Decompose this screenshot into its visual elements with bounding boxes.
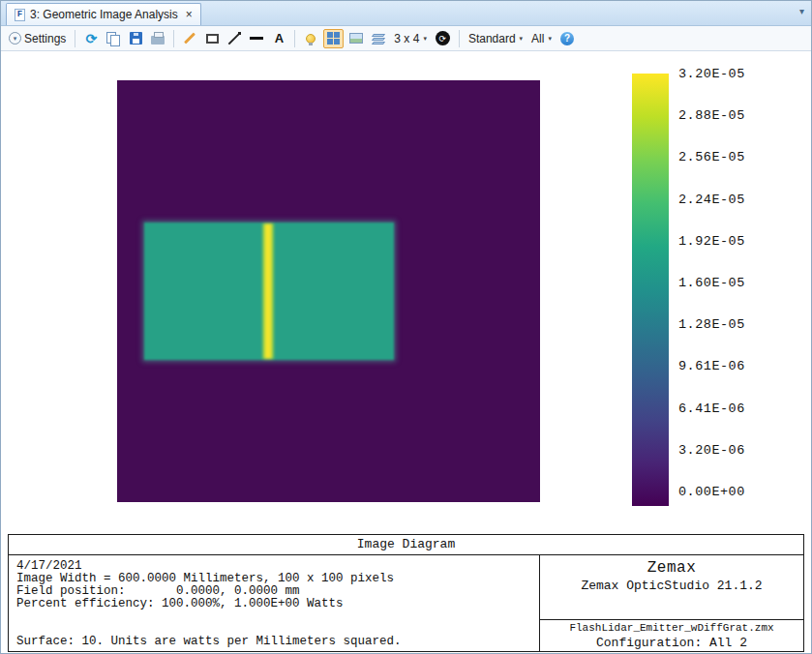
grid-view-button[interactable] [323,29,344,48]
analysis-details: 4/17/2021 Image Width = 600.0000 Millime… [9,555,540,651]
tab-title: 3: Geometric Image Analysis [30,8,178,21]
brand-name: Zemax [540,559,803,577]
heatmap-background [117,80,540,502]
copy-icon [106,32,120,45]
panel-menu-icon[interactable]: ▾ [799,6,804,16]
colorbar-tick: 9.61E-06 [678,359,766,373]
text-tool-icon: A [275,31,284,45]
pencil-annotation-button[interactable] [180,29,199,48]
colorbar [632,74,669,506]
lamp-button[interactable] [301,29,320,48]
animate-button[interactable]: ⟳ [433,29,453,48]
colorbar-tick: 1.28E-05 [678,317,766,332]
thick-line-annotation-button[interactable] [247,29,266,48]
help-icon: ? [560,32,574,45]
all-dropdown[interactable]: All ▾ [528,29,555,48]
configuration-label: Configuration: All 2 [540,636,803,650]
toolbar-separator [75,30,75,47]
heatmap-rectangle [144,223,394,360]
colorbar-tick: 3.20E-06 [678,443,766,458]
toolbar-separator [173,30,174,47]
image-icon [349,33,363,44]
layers-icon [373,33,384,45]
image-diagram-panel: Image Diagram 4/17/2021 Image Width = 60… [8,534,804,652]
pencil-icon [184,32,195,44]
toolbar-separator [459,30,460,47]
heatmap-stripe [262,223,274,359]
save-button[interactable] [126,29,145,48]
analysis-window: F 3: Geometric Image Analysis × ▾ ▾ Sett… [0,0,812,654]
help-button[interactable]: ? [557,29,577,48]
grid-view-icon [327,32,340,45]
tab-bar: F 3: Geometric Image Analysis × ▾ [1,1,811,26]
rectangle-annotation-button[interactable] [202,29,222,48]
chevron-down-icon: ▾ [548,35,552,43]
animate-clock-icon: ⟳ [436,31,450,45]
colorbar-tick: 1.60E-05 [678,276,766,290]
standard-dropdown[interactable]: Standard ▾ [466,29,526,48]
product-details: Zemax Zemax OpticStudio 21.1.2 FlashLida… [540,555,803,651]
layers-button[interactable] [369,29,388,48]
colorbar-tick: 6.41E-06 [678,401,766,416]
line-icon [227,32,241,45]
colorbar-tick: 3.20E-05 [678,67,766,81]
tab-geometric-image-analysis[interactable]: F 3: Geometric Image Analysis × [6,3,201,25]
grid-size-label: 3 x 4 [394,32,419,45]
print-button[interactable] [148,29,167,48]
product-version: Zemax OpticStudio 21.1.2 [540,579,803,593]
line-annotation-button[interactable] [225,29,244,48]
save-icon [130,32,142,45]
tab-close-icon[interactable]: × [186,8,193,21]
settings-chevron-icon: ▾ [9,32,21,45]
lamp-icon [306,34,316,44]
image-export-button[interactable] [346,29,366,48]
all-label: All [531,32,544,45]
settings-label: Settings [24,32,66,45]
rectangle-icon [206,34,219,44]
colorbar-tick: 2.56E-05 [678,150,766,164]
refresh-button[interactable]: ⟳ [81,29,101,48]
copy-button[interactable] [104,29,123,48]
plot-area: 3.20E-05 2.88E-05 2.56E-05 2.24E-05 1.92… [1,51,811,534]
toolbar-separator [294,30,295,47]
colorbar-tick: 0.00E+00 [678,485,766,499]
chevron-down-icon: ▾ [520,35,524,43]
grid-size-dropdown[interactable]: 3 x 4 ▾ [391,29,430,48]
refresh-icon: ⟳ [85,31,97,46]
colorbar-tick: 2.24E-05 [678,193,766,207]
lens-file-name: FlashLidar_Emitter_wDiffGrat.zmx [540,622,803,634]
thick-line-icon [250,37,263,40]
text-annotation-button[interactable]: A [269,29,288,48]
standard-label: Standard [468,32,516,45]
percent-efficiency-line: Percent efficiency: 100.000%, 1.000E+00 … [16,598,531,610]
surface-units-line: Surface: 10. Units are watts per Millime… [16,636,531,648]
print-icon [151,36,165,45]
colorbar-tick: 2.88E-05 [678,108,766,123]
toolbar: ▾ Settings ⟳ A [1,26,811,51]
colorbar-tick-labels: 3.20E-05 2.88E-05 2.56E-05 2.24E-05 1.92… [678,67,766,499]
chevron-down-icon: ▾ [423,35,427,43]
colorbar-tick: 1.92E-05 [678,234,766,249]
analysis-tab-icon: F [15,9,25,21]
settings-button[interactable]: ▾ Settings [6,29,69,48]
panel-title: Image Diagram [9,535,803,555]
